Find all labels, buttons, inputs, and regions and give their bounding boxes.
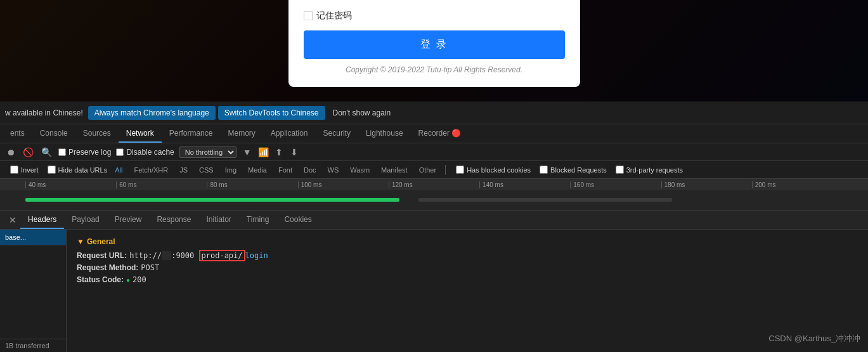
remember-label: 记住密码 (316, 10, 352, 22)
banner-dismiss-button[interactable]: Don't show again (328, 106, 396, 120)
tab-security[interactable]: Security (316, 125, 358, 143)
tab-network[interactable]: Network (119, 125, 162, 143)
status-code-key: Status Code: (77, 275, 124, 284)
timeline-ruler: 40 ms 60 ms 80 ms 100 ms 120 ms 140 ms 1… (0, 179, 868, 190)
url-path-highlighted: prod-api/ (199, 250, 245, 261)
url-port: :9000 (171, 251, 198, 260)
banner-match-language-button[interactable]: Always match Chrome's language (88, 106, 216, 120)
tab-application[interactable]: Application (263, 125, 316, 143)
request-method-row: Request Method: POST (77, 263, 858, 272)
filter-fetch-xhr-button[interactable]: Fetch/XHR (130, 165, 172, 175)
status-code-row: Status Code: ● 200 (77, 275, 858, 284)
invert-checkbox[interactable]: Invert (10, 166, 39, 174)
search-button[interactable]: 🔍 (40, 146, 53, 159)
login-modal: 记住密码 登 录 Copyright © 2019-2022 Tutu-tip … (288, 0, 580, 87)
req-tab-response[interactable]: Response (149, 211, 198, 229)
throttle-select[interactable]: No throttling (179, 147, 236, 158)
request-method-value: POST (141, 263, 159, 272)
preserve-log-checkbox[interactable]: Preserve log (58, 148, 111, 157)
banner-switch-chinese-button[interactable]: Switch DevTools to Chinese (218, 106, 325, 120)
general-section-title: ▼ General (77, 237, 858, 246)
hide-data-urls-label: Hide data URLs (58, 166, 108, 174)
filter-css-button[interactable]: CSS (195, 165, 217, 175)
disable-cache-checkbox[interactable]: Disable cache (116, 148, 174, 157)
hide-data-urls-checkbox[interactable]: Hide data URLs (48, 166, 108, 174)
filter-ws-button[interactable]: WS (324, 165, 343, 175)
req-tab-initiator[interactable]: Initiator (198, 211, 238, 229)
url-path-rest: login (245, 251, 268, 260)
close-panel-button[interactable]: ✕ (5, 214, 20, 226)
filter-all-button[interactable]: All (111, 165, 126, 175)
blocked-requests-label: Blocked Requests (550, 166, 607, 174)
tab-elements[interactable]: ents (3, 125, 32, 143)
request-panel: ✕ Headers Payload Preview Response Initi… (0, 211, 868, 352)
blocked-requests-input[interactable] (540, 166, 548, 174)
blocked-cookies-input[interactable] (456, 166, 464, 174)
filter-doc-button[interactable]: Doc (300, 165, 320, 175)
devtools-banner: w available in Chinese! Always match Chr… (0, 101, 868, 124)
req-tab-payload[interactable]: Payload (64, 211, 107, 229)
third-party-label: 3rd-party requests (626, 166, 683, 174)
request-method-key: Request Method: (77, 263, 138, 272)
url-prefix: http:// (129, 251, 162, 260)
timeline-bar-secondary (418, 198, 672, 202)
download-icon[interactable]: ⬇ (289, 146, 299, 159)
disable-cache-input[interactable] (116, 148, 124, 156)
timeline-bars (0, 190, 868, 211)
network-toolbar: ⏺ 🚫 🔍 Preserve log Disable cache No thro… (0, 143, 868, 161)
invert-input[interactable] (10, 166, 18, 174)
filter-js-button[interactable]: JS (176, 165, 191, 175)
ruler-tick-2: 60 ms (116, 181, 207, 188)
filter-bar: Invert Hide data URLs All Fetch/XHR JS C… (0, 161, 868, 179)
third-party-checkbox[interactable]: 3rd-party requests (616, 166, 683, 174)
tab-recorder[interactable]: Recorder 🔴 (411, 125, 469, 143)
third-party-input[interactable] (616, 166, 624, 174)
req-tab-timing[interactable]: Timing (239, 211, 277, 229)
wifi-icon: 📶 (258, 147, 269, 157)
record-button[interactable]: ⏺ (5, 146, 16, 159)
tab-sources[interactable]: Sources (75, 125, 119, 143)
section-triangle-icon: ▼ (77, 237, 84, 246)
devtools-tabs-bar: ents Console Sources Network Performance… (0, 124, 868, 143)
filter-other-button[interactable]: Other (415, 165, 441, 175)
req-tab-preview[interactable]: Preview (107, 211, 150, 229)
tab-console[interactable]: Console (32, 125, 75, 143)
login-button[interactable]: 登 录 (304, 30, 565, 59)
filter-font-button[interactable]: Font (275, 165, 296, 175)
request-status-bar: 1B transferred (0, 339, 66, 352)
request-tabs-bar: ✕ Headers Payload Preview Response Initi… (0, 211, 868, 230)
invert-label: Invert (21, 166, 39, 174)
req-tab-headers[interactable]: Headers (20, 211, 64, 229)
throttle-arrow-icon[interactable]: ▼ (242, 146, 253, 159)
filter-wasm-button[interactable]: Wasm (346, 165, 373, 175)
blocked-cookies-checkbox[interactable]: Has blocked cookies (456, 166, 531, 174)
blocked-requests-checkbox[interactable]: Blocked Requests (540, 166, 607, 174)
filter-img-button[interactable]: Img (221, 165, 240, 175)
preserve-log-input[interactable] (58, 148, 66, 156)
clear-button[interactable]: 🚫 (22, 146, 35, 159)
ruler-tick-1: 40 ms (25, 181, 116, 188)
url-host-masked (162, 251, 171, 260)
request-url-key: Request URL: (77, 251, 127, 260)
ruler-tick-6: 140 ms (479, 181, 570, 188)
request-url-row: Request URL: http:// :9000 prod-api/logi… (77, 251, 858, 260)
hide-data-urls-input[interactable] (48, 166, 56, 174)
ruler-tick-8: 180 ms (661, 181, 752, 188)
tab-lighthouse[interactable]: Lighthouse (358, 125, 411, 143)
remember-row: 记住密码 (304, 10, 565, 22)
headers-content: ▼ General Request URL: http:// :9000 pro… (67, 230, 868, 352)
blocked-cookies-label: Has blocked cookies (467, 166, 531, 174)
req-tab-cookies[interactable]: Cookies (276, 211, 319, 229)
filter-media-button[interactable]: Media (244, 165, 271, 175)
ruler-tick-5: 120 ms (389, 181, 479, 188)
remember-checkbox[interactable] (304, 11, 313, 20)
filter-manifest-button[interactable]: Manifest (377, 165, 411, 175)
upload-icon[interactable]: ⬆ (274, 146, 284, 159)
timeline-area: 40 ms 60 ms 80 ms 100 ms 120 ms 140 ms 1… (0, 179, 868, 211)
status-dot-icon: ● (126, 277, 130, 284)
request-list: base... 1B transferred (0, 230, 67, 352)
tab-performance[interactable]: Performance (162, 125, 221, 143)
request-list-item-selected[interactable]: base... (0, 230, 66, 245)
copyright-text: Copyright © 2019-2022 Tutu-tip All Right… (304, 65, 565, 74)
tab-memory[interactable]: Memory (220, 125, 262, 143)
